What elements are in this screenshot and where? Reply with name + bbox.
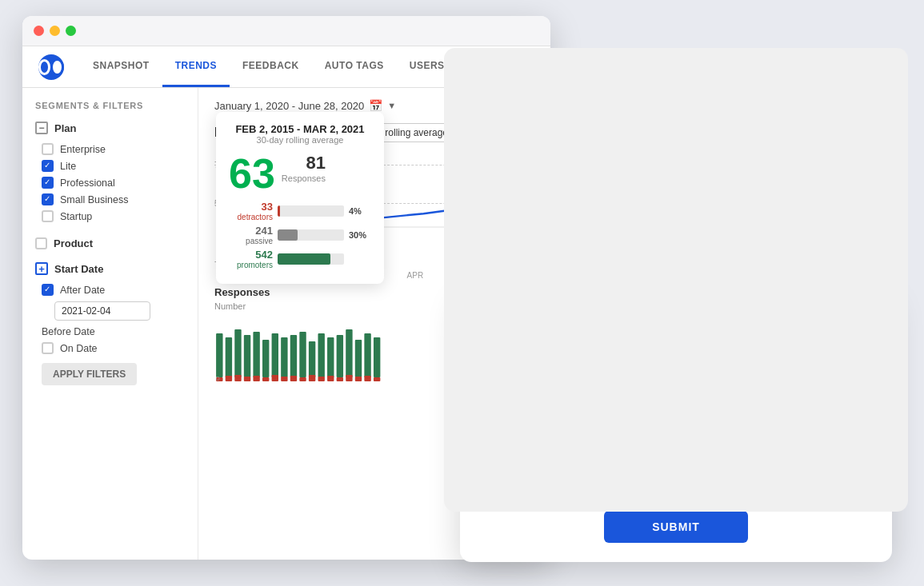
promoters-num: 542	[229, 249, 273, 261]
plan-filter-header[interactable]: − Plan	[35, 122, 185, 134]
professional-label: Professional	[60, 177, 115, 189]
nav-tabs: SNAPSHOT TRENDS FEEDBACK AUTO TAGS USERS	[80, 46, 458, 87]
product-label: Product	[54, 237, 93, 249]
professional-checkbox[interactable]	[42, 177, 54, 189]
date-caret-icon[interactable]: ▼	[387, 101, 396, 110]
svg-rect-37	[374, 377, 380, 381]
tab-trends[interactable]: TRENDS	[162, 46, 230, 87]
plus-icon[interactable]: +	[35, 262, 48, 275]
on-date-label: On Date	[60, 343, 98, 354]
svg-rect-15	[337, 335, 343, 377]
svg-rect-31	[318, 377, 324, 381]
list-item: Small Business	[42, 191, 185, 208]
submit-button[interactable]: SUBMIT	[604, 511, 748, 543]
passive-bar-fill	[278, 229, 298, 241]
svg-rect-7	[262, 340, 269, 377]
maximize-button[interactable]	[66, 26, 76, 36]
close-button[interactable]	[34, 26, 44, 36]
minimize-button[interactable]	[50, 26, 60, 36]
svg-rect-23	[244, 377, 250, 381]
svg-rect-34	[346, 375, 352, 381]
logo-inner	[38, 59, 50, 75]
tab-auto-tags[interactable]: AUTO TAGS	[312, 46, 397, 87]
passive-row: 241 passive 30%	[229, 225, 371, 245]
svg-rect-18	[364, 333, 370, 377]
calendar-icon[interactable]: 📅	[369, 99, 382, 112]
lite-label: Lite	[60, 161, 76, 172]
small-business-label: Small Business	[60, 194, 128, 205]
svg-rect-8	[272, 333, 278, 377]
on-date-checkbox[interactable]	[42, 342, 54, 354]
passive-num: 241	[229, 225, 273, 237]
on-date-item: On Date	[42, 340, 185, 357]
passive-label: passive	[229, 237, 273, 245]
before-date-item: Before Date	[42, 324, 185, 340]
svg-rect-35	[355, 377, 362, 381]
passive-pct: 30%	[349, 230, 371, 240]
svg-rect-36	[364, 376, 370, 381]
detractors-bar-fill	[278, 205, 280, 217]
x-label-apr: APR	[407, 271, 424, 280]
title-bar	[22, 16, 550, 46]
svg-rect-3	[226, 337, 232, 377]
after-date-label: After Date	[60, 285, 105, 296]
svg-rect-33	[337, 377, 343, 381]
sidebar-title: SEGMENTS & FILTERS	[35, 101, 185, 110]
tooltip-resp-num: 81	[282, 153, 326, 173]
plan-filter-group: − Plan Enterprise Lite Professional	[35, 122, 185, 225]
svg-rect-25	[262, 377, 269, 381]
start-date-header[interactable]: + Start Date	[35, 262, 185, 275]
date-range-text: January 1, 2020 - June 28, 2020	[214, 100, 364, 112]
svg-rect-28	[290, 376, 297, 381]
tooltip-card: FEB 2, 2015 - MAR 2, 2021 30-day rolling…	[216, 112, 384, 284]
svg-rect-27	[281, 377, 287, 381]
enterprise-checkbox[interactable]	[42, 143, 54, 155]
survey-submit-area: SUBMIT	[489, 511, 863, 543]
detractors-pct: 4%	[349, 206, 371, 216]
startup-checkbox[interactable]	[42, 210, 54, 222]
small-business-checkbox[interactable]	[42, 193, 54, 205]
sidebar: SEGMENTS & FILTERS − Plan Enterprise Lit…	[22, 88, 198, 560]
plan-label: Plan	[54, 122, 76, 134]
product-filter-group[interactable]: Product	[35, 237, 185, 249]
lite-checkbox[interactable]	[42, 160, 54, 172]
svg-rect-19	[374, 337, 380, 377]
promoters-label: promoters	[229, 261, 273, 269]
apply-filters-button[interactable]: APPLY FILTERS	[42, 363, 137, 385]
tooltip-date: FEB 2, 2015 - MAR 2, 2021	[229, 123, 371, 135]
svg-rect-26	[272, 375, 278, 381]
svg-rect-30	[309, 375, 315, 381]
svg-rect-29	[299, 377, 306, 381]
promoters-row: 542 promoters	[229, 249, 371, 269]
list-item: Professional	[42, 174, 185, 191]
product-checkbox[interactable]	[35, 237, 47, 249]
after-date-input[interactable]	[54, 301, 150, 321]
detractors-bar-bg	[278, 205, 344, 217]
tooltip-resp-label: Responses	[282, 173, 326, 183]
svg-rect-16	[346, 329, 352, 377]
detractors-row: 33 detractors 4%	[229, 201, 371, 221]
after-date-item: After Date	[42, 281, 185, 298]
plan-filter-items: Enterprise Lite Professional Small Busin…	[42, 141, 185, 225]
enterprise-label: Enterprise	[60, 144, 106, 155]
svg-rect-2	[216, 333, 222, 377]
svg-rect-13	[318, 333, 324, 377]
promoters-bar-bg	[278, 253, 344, 265]
after-date-checkbox[interactable]	[42, 284, 54, 296]
start-date-label: Start Date	[54, 263, 103, 275]
detractors-label: detractors	[229, 213, 273, 221]
svg-rect-9	[281, 337, 287, 377]
tab-feedback[interactable]: FEEDBACK	[230, 46, 312, 87]
svg-rect-12	[309, 341, 315, 377]
startup-label: Startup	[60, 211, 92, 222]
svg-rect-10	[290, 335, 297, 377]
svg-rect-21	[226, 376, 232, 381]
list-item: Enterprise	[42, 141, 185, 157]
passive-bar-bg	[278, 229, 344, 241]
svg-rect-22	[234, 375, 241, 381]
tooltip-subtitle: 30-day rolling average	[229, 135, 371, 145]
tab-snapshot[interactable]: SNAPSHOT	[80, 46, 162, 87]
plan-toggle-icon[interactable]: −	[35, 122, 48, 134]
app-logo	[38, 54, 64, 80]
tooltip-score: 63	[229, 153, 275, 194]
